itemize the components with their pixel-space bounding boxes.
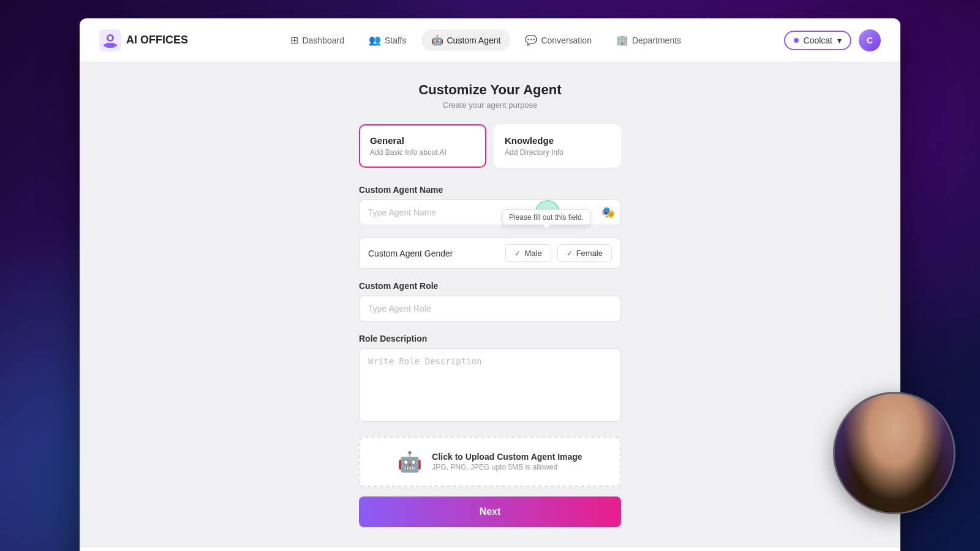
dropdown-arrow-icon: ▾ xyxy=(837,36,842,45)
agent-role-section: Custom Agent Role xyxy=(359,281,621,321)
custom-agent-icon: 🤖 xyxy=(431,34,443,46)
page-header: Customize Your Agent Create your agent p… xyxy=(359,82,621,110)
nav-conversation[interactable]: 💬 Conversation xyxy=(515,29,601,51)
person-silhouette xyxy=(835,394,954,512)
avatar[interactable]: C xyxy=(859,29,881,51)
logo: AI OFFICES xyxy=(99,29,188,51)
gender-female-button[interactable]: ✓ Female xyxy=(557,244,612,262)
upload-text: Click to Upload Custom Agent Image xyxy=(432,452,582,462)
svg-rect-3 xyxy=(105,43,115,48)
webcam-overlay xyxy=(833,392,956,514)
nav-custom-agent[interactable]: 🤖 Custom Agent xyxy=(421,29,511,51)
tab-knowledge-title: Knowledge xyxy=(505,135,610,146)
gender-label: Custom Agent Gender xyxy=(368,249,453,258)
user-menu-button[interactable]: Coolcat ▾ xyxy=(784,31,851,50)
gender-section: Custom Agent Gender ✓ Male ✓ Female xyxy=(359,238,621,269)
gender-options: ✓ Male ✓ Female xyxy=(505,244,612,262)
role-description-label: Role Description xyxy=(359,334,621,343)
username-label: Coolcat xyxy=(804,36,832,45)
conversation-icon: 💬 xyxy=(525,34,537,46)
header: AI OFFICES ⊞ Dashboard 👥 Staffs 🤖 Custom… xyxy=(80,18,900,62)
gender-row: Custom Agent Gender ✓ Male ✓ Female xyxy=(359,238,621,269)
page-subtitle: Create your agent purpose xyxy=(359,100,621,110)
upload-subtext: JPG, PNG, JPEG upto 5MB is allowed xyxy=(432,463,582,471)
nav-staffs[interactable]: 👥 Staffs xyxy=(359,29,417,51)
female-check-icon: ✓ xyxy=(567,249,573,258)
logo-icon xyxy=(99,29,121,51)
footer: TERMS | PRIVACY | SUPPORT You are intera… xyxy=(80,547,900,551)
main-container: AI OFFICES ⊞ Dashboard 👥 Staffs 🤖 Custom… xyxy=(80,18,900,551)
agent-name-label: Custom Agent Name xyxy=(359,185,621,195)
tab-general-subtitle: Add Basic Info about AI xyxy=(370,148,475,157)
role-description-textarea[interactable] xyxy=(359,348,621,422)
emoji-button[interactable]: 🎭 xyxy=(601,206,615,219)
tab-group: General Add Basic Info about AI Knowledg… xyxy=(359,124,621,168)
app-name: AI OFFICES xyxy=(126,34,188,47)
departments-icon: 🏢 xyxy=(616,34,628,46)
tab-general-title: General xyxy=(370,135,475,146)
user-status-dot xyxy=(794,38,799,43)
dashboard-icon: ⊞ xyxy=(290,34,298,46)
role-description-section: Role Description xyxy=(359,334,621,424)
header-right: Coolcat ▾ C xyxy=(784,29,881,51)
webcam-person xyxy=(835,394,954,512)
nav-dashboard[interactable]: ⊞ Dashboard xyxy=(281,29,354,51)
agent-name-section: Custom Agent Name Please fill out this f… xyxy=(359,185,621,225)
page-title: Customize Your Agent xyxy=(359,82,621,98)
main-nav: ⊞ Dashboard 👥 Staffs 🤖 Custom Agent 💬 Co… xyxy=(281,29,691,51)
nav-departments[interactable]: 🏢 Departments xyxy=(606,29,691,51)
gender-male-button[interactable]: ✓ Male xyxy=(505,244,551,262)
male-check-icon: ✓ xyxy=(514,249,521,258)
svg-point-2 xyxy=(108,36,112,40)
upload-icon: 🤖 xyxy=(398,450,422,473)
agent-role-input[interactable] xyxy=(359,296,621,321)
staffs-icon: 👥 xyxy=(369,34,381,46)
page-wrapper: Customize Your Agent Create your agent p… xyxy=(349,82,631,527)
tooltip-bubble: Please fill out this field. xyxy=(502,209,590,225)
upload-area[interactable]: 🤖 Click to Upload Custom Agent Image JPG… xyxy=(359,437,621,487)
tab-general[interactable]: General Add Basic Info about AI xyxy=(359,124,486,168)
content-area: Customize Your Agent Create your agent p… xyxy=(80,62,900,547)
upload-text-wrapper: Click to Upload Custom Agent Image JPG, … xyxy=(432,452,582,471)
tab-knowledge-subtitle: Add Directory Info xyxy=(505,148,610,157)
tab-knowledge[interactable]: Knowledge Add Directory Info xyxy=(494,124,621,168)
svg-rect-4 xyxy=(104,44,106,47)
next-button[interactable]: Next xyxy=(359,497,621,527)
svg-rect-5 xyxy=(115,44,117,47)
agent-role-label: Custom Agent Role xyxy=(359,281,621,291)
agent-name-wrapper: Please fill out this field. 🎭 xyxy=(359,200,621,225)
